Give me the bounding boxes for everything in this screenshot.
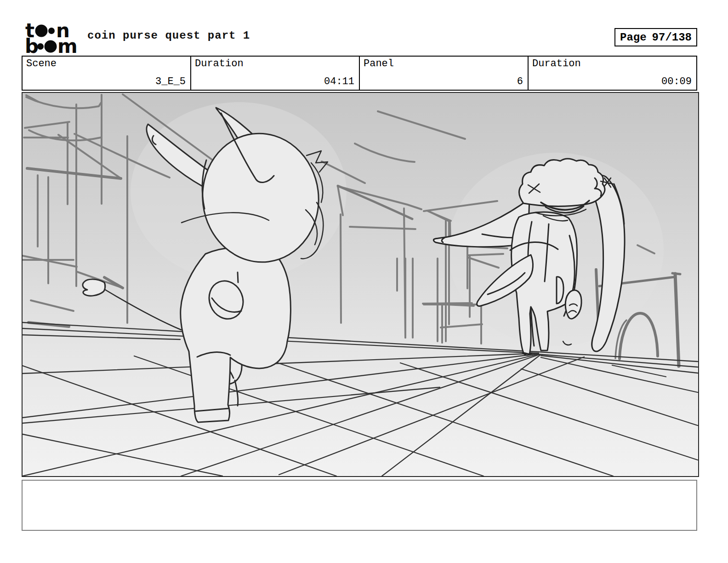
panel-number-label: Panel [364, 58, 394, 69]
scene-duration-cell: Duration 04:11 [191, 57, 360, 90]
panel-number-cell: Panel 6 [360, 57, 529, 90]
logo-small-dot-1 [48, 28, 55, 34]
scene-cell: Scene 3_E_5 [23, 57, 191, 90]
page-value: 97/138 [652, 31, 692, 44]
panel-duration-value: 00:09 [661, 76, 692, 87]
storyboard-export-page: t n b m coin purse quest part 1 Page 97/… [0, 0, 728, 563]
caption-box [22, 480, 697, 531]
panel-duration-cell: Duration 00:09 [529, 57, 696, 90]
page-label: Page [620, 31, 647, 44]
logo-big-dot-2 [45, 40, 57, 53]
panel-number-value: 6 [517, 76, 523, 87]
panel-duration-label: Duration [532, 58, 581, 69]
logo-letter-b: b [25, 35, 39, 55]
project-title: coin purse quest part 1 [87, 29, 250, 42]
storyboard-panel-image [22, 92, 699, 477]
left-character-hand [83, 279, 105, 296]
scene-duration-label: Duration [195, 58, 244, 69]
storyboard-sketch [23, 93, 698, 476]
scene-value: 3_E_5 [155, 76, 186, 87]
toonboom-logo: t n b m [24, 22, 83, 55]
page-number-box: Page 97/138 [614, 28, 697, 46]
panel-info-row: Scene 3_E_5 Duration 04:11 Panel 6 Durat… [22, 56, 697, 91]
scene-duration-value: 04:11 [324, 76, 354, 87]
logo-letter-m: m [57, 35, 78, 55]
logo-small-dot-2 [37, 43, 44, 50]
scene-label: Scene [26, 58, 57, 69]
logo-line-2: b m [25, 35, 78, 55]
